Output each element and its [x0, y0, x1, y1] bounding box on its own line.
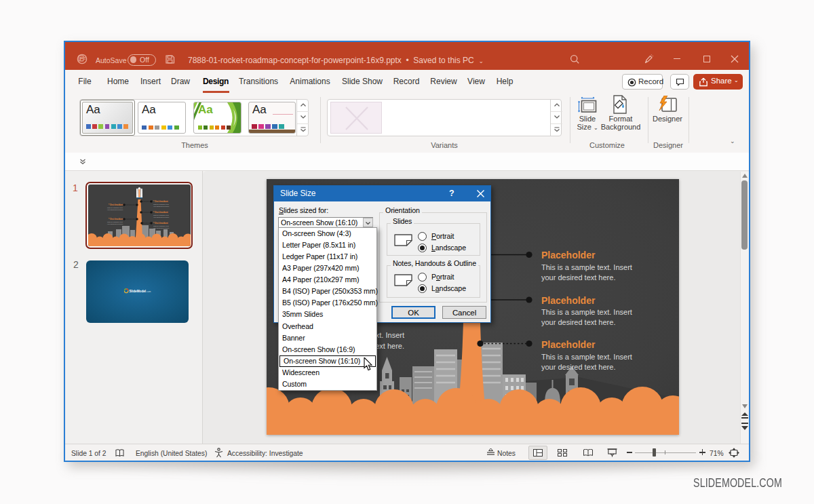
- svg-text:your desired text here.: your desired text here.: [541, 318, 615, 326]
- svg-text:This is a sample text. Insert: This is a sample text. Insert: [541, 308, 632, 316]
- svg-text:SlideModel: SlideModel: [130, 290, 147, 293]
- svg-text:you desired text here: you desired text here: [107, 209, 123, 211]
- svg-text:* Orci tincidunt: * Orci tincidunt: [109, 203, 123, 206]
- svg-text:.com: .com: [147, 290, 151, 293]
- svg-text:you desired text here: you desired text here: [107, 223, 123, 225]
- svg-text:This is a sample text. Insert: This is a sample text. Insert: [541, 263, 632, 271]
- svg-text:you desired text here: you desired text here: [153, 227, 170, 229]
- svg-text:* Orci tincidunt: * Orci tincidunt: [109, 218, 123, 220]
- svg-text:* Orci tincidunt: * Orci tincidunt: [153, 222, 168, 225]
- svg-text:Placeholder: Placeholder: [541, 250, 596, 260]
- svg-text:* Orci tincidunt: * Orci tincidunt: [153, 211, 168, 214]
- svg-text:Placeholder: Placeholder: [541, 339, 596, 350]
- svg-text:your desired text here.: your desired text here.: [541, 363, 615, 371]
- svg-text:This is a sample text. Insert: This is a sample text. Insert: [541, 353, 632, 361]
- svg-text:you desired text here: you desired text here: [153, 216, 170, 218]
- svg-text:* Orci tincidunt: * Orci tincidunt: [153, 200, 168, 203]
- svg-text:P: P: [80, 56, 83, 61]
- svg-text:you desired text here: you desired text here: [153, 206, 170, 208]
- svg-text:your desired text here.: your desired text here.: [541, 273, 615, 282]
- svg-text:Placeholder: Placeholder: [541, 295, 596, 306]
